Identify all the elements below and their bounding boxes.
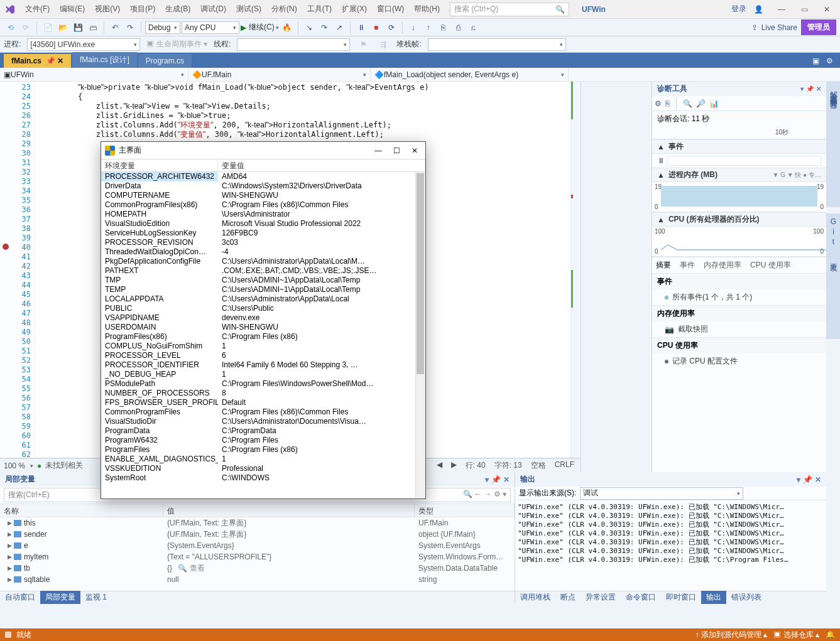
listview-row[interactable]: PROCESSOR_REVISION3c03 [101, 238, 425, 247]
listview-row[interactable]: VSSKUEDITIONProfessional [101, 464, 425, 473]
close-icon[interactable]: ✕ [503, 475, 510, 484]
hot-reload-icon[interactable]: 🔥 [280, 21, 294, 35]
nav-member[interactable]: 🔷 fMain_Load(object sender, EventArgs e)… [371, 68, 569, 81]
menu-item[interactable]: 测试(S) [231, 0, 266, 18]
listview-row[interactable]: VisualStudioDirC:\Users\Administrator\Do… [101, 417, 425, 426]
nav-namespace[interactable]: ▣ UFWin▾ [0, 68, 188, 81]
listview-row[interactable]: VisualStudioEditionMicrosoft Visual Stud… [101, 219, 425, 229]
listview-row[interactable]: LOCALAPPDATAC:\Users\Administrator\AppDa… [101, 294, 425, 304]
listview-row[interactable]: PSModulePathC:\Program Files\WindowsPowe… [101, 379, 425, 389]
listview-row[interactable]: PUBLICC:\Users\Public [101, 304, 425, 313]
minimize-button[interactable]: — [771, 1, 792, 18]
menu-item[interactable]: 调试(D) [195, 0, 231, 18]
tb-flag-icon[interactable]: ⚑ [356, 38, 370, 51]
menu-item[interactable]: 编辑(E) [55, 0, 90, 18]
listview-row[interactable]: CommonProgramFilesC:\Program Files (x86)… [101, 407, 425, 417]
dropdown-icon[interactable]: ▾ [485, 475, 489, 484]
listview-row[interactable]: PkgDefApplicationConfigFileC:\Users\Admi… [101, 257, 425, 266]
bottom-tab[interactable]: 监视 1 [80, 591, 112, 604]
dialog-maximize[interactable]: ☐ [393, 146, 400, 155]
zoom-out-icon[interactable]: 🔎 [696, 99, 706, 108]
diag-cpu-header[interactable]: ▲ CPU (所有处理器的百分比) [652, 212, 826, 227]
diag-tab[interactable]: CPU 使用率 [750, 260, 791, 268]
preview-tab-icon[interactable]: ▣ [809, 54, 822, 68]
bottom-tab[interactable]: 自动窗口 [0, 591, 40, 604]
listview-row[interactable]: TMPC:\Users\ADMINI~1\AppData\Local\Temp [101, 276, 425, 285]
open-file-icon[interactable]: 📂 [56, 21, 70, 35]
listview-row[interactable]: COMPUTERNAMEWIN-SHENGWU [101, 191, 425, 200]
bottom-tab[interactable]: 断点 [555, 591, 581, 604]
diag-tab[interactable]: 内存使用率 [704, 260, 741, 268]
zoom-level[interactable]: 100 % [4, 461, 25, 470]
editor-scrollbar[interactable] [570, 82, 581, 458]
listview-row[interactable]: VSAPPIDNAMEdevenv.exe [101, 313, 425, 323]
bottom-tab[interactable]: 错误列表 [726, 591, 766, 604]
close-icon[interactable]: ✕ [815, 475, 821, 484]
dropdown-icon[interactable]: ▾ [797, 475, 800, 484]
listview-row[interactable]: PROCESSOR_IDENTIFIERIntel64 Family 6 Mod… [101, 360, 425, 370]
redo-icon[interactable]: ↷ [123, 21, 137, 35]
restart-icon[interactable]: ⟳ [385, 21, 398, 35]
listview-row[interactable]: FPS_BROWSER_USER_PROFILE…Default [101, 398, 425, 407]
listview-row[interactable]: ENABLE_XAML_DIAGNOSTICS_…1 [101, 455, 425, 464]
listview-row[interactable]: ProgramDataC:\ProgramData [101, 426, 425, 436]
nav-fwd-icon[interactable]: ⟳ [19, 21, 33, 35]
tb-icon-3[interactable]: ⎘ [437, 21, 450, 35]
liveshare-icon[interactable]: ⇪ [751, 23, 758, 32]
locals-row[interactable]: ▶ e{System.EventArgs}System.EventArgs [0, 540, 515, 551]
menu-item[interactable]: 扩展(X) [337, 0, 372, 18]
login-silhouette-icon[interactable]: 👤 [754, 5, 763, 14]
undo-icon[interactable]: ↶ [108, 21, 122, 35]
quick-search-input[interactable]: 搜索 (Ctrl+Q) 🔍 [450, 3, 569, 16]
bottom-tab[interactable]: 调用堆栈 [515, 591, 555, 604]
menu-item[interactable]: 生成(B) [160, 0, 195, 18]
tab-fmain-design[interactable]: fMain.cs [设计] [72, 52, 137, 68]
listview-row[interactable]: ProgramFiles(x86)C:\Program Files (x86) [101, 332, 425, 342]
listview-row[interactable]: USERDOMAINWIN-SHENGWU [101, 323, 425, 332]
breakpoint-icon[interactable] [3, 244, 9, 250]
continue-button[interactable]: ▶ 继续(C) ▾ [241, 21, 279, 35]
thread-combo[interactable]: ▾ [237, 38, 350, 51]
git-changes-tab[interactable]: Git 更改 [826, 213, 840, 339]
tab-fmain[interactable]: fMain.cs 📌 ✕ [4, 54, 71, 68]
tb-icon-5[interactable]: ⎌ [467, 21, 481, 35]
diag-events-item[interactable]: 所有事件(1 个，共 1 个) [652, 289, 826, 305]
platform-combo[interactable]: Any CPU▾ [182, 21, 239, 34]
dialog-close[interactable]: ✕ [412, 146, 418, 155]
bottom-tab[interactable]: 输出 [701, 591, 726, 604]
output-text[interactable]: "UFWin.exe" (CLR v4.0.30319: UFWin.exe):… [515, 500, 826, 591]
gear-icon[interactable]: ⚙ [822, 54, 836, 68]
locals-row[interactable]: ▶ tb{} 🔍 查看System.Data.DataTable [0, 563, 515, 574]
pause-icon[interactable]: ⏸ [354, 21, 368, 35]
diag-cpu-item[interactable]: 记录 CPU 配置文件 [652, 353, 826, 369]
listview-row[interactable]: CommonProgramFiles(x86)C:\Program Files … [101, 200, 425, 210]
gear-icon[interactable]: ⚙ [655, 99, 662, 108]
diag-tab[interactable]: 事件 [680, 260, 695, 268]
dropdown-icon[interactable]: ▾ [800, 85, 804, 92]
listview-row[interactable]: COMPLUS_NoGuiFromShim1 [101, 342, 425, 351]
close-icon[interactable]: ✕ [816, 85, 821, 92]
dialog-titlebar[interactable]: 主界面 — ☐ ✕ [101, 142, 425, 159]
menu-item[interactable]: 工具(T) [302, 0, 337, 18]
listview-row[interactable]: PATHEXT.COM;.EXE;.BAT;.CMD;.VBS;.VBE;.JS… [101, 266, 425, 276]
menu-item[interactable]: 文件(F) [20, 0, 55, 18]
stop-icon[interactable]: ■ [369, 21, 383, 35]
zoom-in-icon[interactable]: 🔍 [683, 99, 692, 108]
menu-item[interactable]: 帮助(H) [409, 0, 445, 18]
step-into-icon[interactable]: ↘ [302, 21, 316, 35]
listview-row[interactable]: ThreadedWaitDialogDpiCon…-4 [101, 247, 425, 257]
liveshare-button[interactable]: Live Share [761, 23, 797, 32]
listview-row[interactable]: ServiceHubLogSessionKey126F9BC9 [101, 229, 425, 238]
bottom-tab[interactable]: 异常设置 [581, 591, 621, 604]
listview-row[interactable]: PROCESSOR_ARCHITEW6432AMD64 [101, 172, 425, 181]
listview-row[interactable]: ProgramFilesC:\Program Files (x86) [101, 445, 425, 455]
chart-icon[interactable]: 📊 [709, 99, 719, 108]
listview-row[interactable]: _NO_DEBUG_HEAP1 [101, 370, 425, 379]
locals-row[interactable]: ▶ sqltablenullstring [0, 574, 515, 585]
source-control-link[interactable]: ↑ 添加到源代码管理 ▴ [695, 630, 768, 640]
dialog-minimize[interactable]: — [374, 146, 382, 155]
diag-tab[interactable]: 摘要 [656, 260, 671, 268]
listview-row[interactable]: TEMPC:\Users\ADMINI~1\AppData\Local\Temp [101, 285, 425, 294]
menu-item[interactable]: 视图(V) [90, 0, 125, 18]
menu-item[interactable]: 窗口(W) [372, 0, 409, 18]
